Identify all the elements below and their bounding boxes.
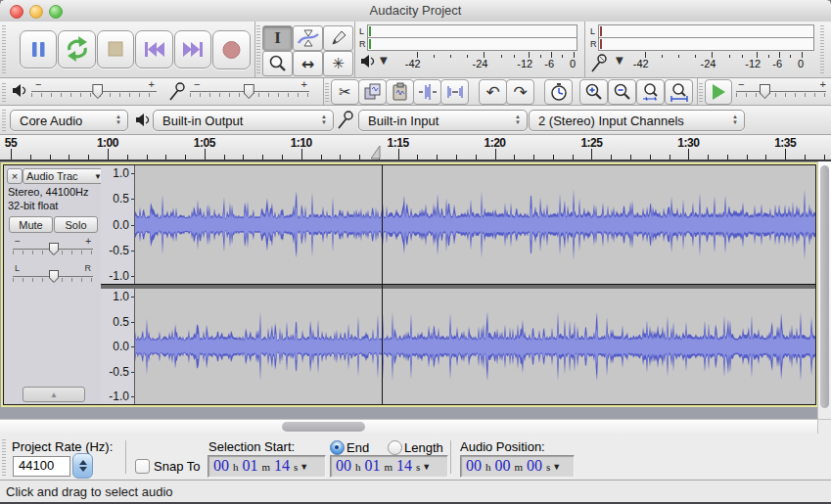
input-device-select[interactable]: Built-in Input xyxy=(358,110,528,131)
input-channels-select[interactable]: 2 (Stereo) Input Channels xyxy=(529,110,745,131)
record-icon xyxy=(213,31,250,69)
title-bar: Audacity Project xyxy=(0,0,831,23)
paste-button[interactable] xyxy=(386,79,414,105)
mixer-toolbar-grip[interactable] xyxy=(2,81,6,102)
track-control-panel: × Audio Trac ▼ Stereo, 44100Hz 32-bit fl… xyxy=(4,165,102,404)
solo-button[interactable]: Solo xyxy=(54,216,98,233)
tools-toolbar-grip[interactable] xyxy=(256,25,260,73)
pan-slider[interactable]: L R xyxy=(11,263,95,283)
selection-end-field[interactable]: 00 h 01 m 14 s ▼ xyxy=(330,455,448,478)
microphone-icon xyxy=(588,51,608,74)
output-volume-slider[interactable]: − + xyxy=(29,79,159,101)
playback-right-label: R xyxy=(359,39,366,49)
redo-button[interactable]: ↷ xyxy=(506,79,534,105)
waveform-left-channel[interactable] xyxy=(135,165,815,284)
play-loop-button[interactable] xyxy=(58,30,96,69)
device-toolbar-grip[interactable] xyxy=(2,110,6,131)
fit-selection-button[interactable] xyxy=(636,79,665,105)
snap-to-checkbox[interactable] xyxy=(135,459,150,474)
selection-tool-button[interactable]: I xyxy=(262,25,293,51)
stop-button[interactable] xyxy=(97,30,134,69)
timeline-ruler[interactable]: 551:001:051:101:151:201:251:301:35 xyxy=(0,135,831,161)
playback-meter[interactable]: L R ▼ -42-24-12-60 xyxy=(356,22,583,77)
time-format-arrow-icon[interactable]: ▼ xyxy=(552,462,561,472)
track-title-menu[interactable]: Audio Trac ▼ xyxy=(23,168,106,184)
undo-button[interactable]: ↶ xyxy=(479,79,507,105)
pause-button[interactable] xyxy=(20,30,57,69)
skip-to-start-button[interactable] xyxy=(135,30,173,69)
zoom-tool-button[interactable] xyxy=(262,51,293,76)
collapse-track-button[interactable]: ▲ xyxy=(23,387,85,402)
gain-slider[interactable]: − + xyxy=(11,236,95,255)
trim-audio-button[interactable] xyxy=(413,79,441,105)
vertical-scale-left[interactable]: 1.00.50.0-0.5-1.0 xyxy=(101,165,135,284)
sync-lock-button[interactable] xyxy=(544,79,573,105)
mute-button[interactable]: Mute xyxy=(9,216,53,233)
ruler-time-label: 1:00 xyxy=(86,136,129,150)
project-rate-label: Project Rate (Hz): xyxy=(12,439,113,454)
copy-button[interactable] xyxy=(358,79,387,105)
fit-project-button[interactable] xyxy=(665,79,693,105)
ruler-tick xyxy=(262,155,263,160)
record-button[interactable] xyxy=(212,30,251,69)
time-format-arrow-icon[interactable]: ▼ xyxy=(300,462,308,472)
input-volume-slider[interactable]: − + xyxy=(188,79,311,101)
length-radio[interactable] xyxy=(388,440,402,455)
audio-position-field[interactable]: 00 h 00 m 00 s ▼ xyxy=(460,455,575,478)
meter-db-label: -6 xyxy=(544,58,554,69)
ruler-time-label: 1:10 xyxy=(280,136,323,150)
amplitude-label: -0.5 xyxy=(109,365,129,379)
audio-host-select[interactable]: Core Audio xyxy=(10,110,128,131)
skip-to-end-button[interactable] xyxy=(174,30,211,69)
seconds-unit: s xyxy=(416,461,420,473)
ruler-tick xyxy=(727,155,728,160)
horizontal-scrollbar-thumb[interactable] xyxy=(282,422,365,432)
amplitude-tick xyxy=(131,372,134,373)
close-track-button[interactable]: × xyxy=(7,168,23,184)
ruler-tick xyxy=(824,155,825,160)
vertical-scrollbar-thumb[interactable] xyxy=(820,165,829,408)
vertical-scale-right[interactable]: 1.00.50.0-0.5-1.0 xyxy=(101,289,135,404)
selection-toolbar-grip[interactable] xyxy=(2,437,6,476)
recording-meter[interactable]: L R ▼ -42-24-12-60 xyxy=(586,22,827,77)
time-format-arrow-icon[interactable]: ▼ xyxy=(422,462,431,472)
selection-start-field[interactable]: 00 h 01 m 14 s ▼ xyxy=(208,455,326,478)
playhead-marker-icon[interactable] xyxy=(371,146,381,160)
pan-right-label: R xyxy=(85,263,92,273)
envelope-tool-button[interactable] xyxy=(293,25,323,51)
output-device-select[interactable]: Built-in Output xyxy=(153,110,334,131)
meter-db-label: -24 xyxy=(473,58,488,69)
project-rate-input[interactable]: 44100 xyxy=(13,456,70,477)
end-radio-label: End xyxy=(346,440,369,455)
speaker-icon xyxy=(360,55,376,69)
play-at-speed-button[interactable] xyxy=(705,79,732,105)
transcription-toolbar-grip[interactable] xyxy=(699,81,703,102)
waveform-right-channel[interactable] xyxy=(135,289,815,404)
cut-button[interactable]: ✂ xyxy=(331,79,359,105)
ruler-tick xyxy=(591,149,592,160)
time-shift-tool-button[interactable]: ↔ xyxy=(293,51,323,76)
playback-meter-right-bar xyxy=(367,37,577,51)
zoom-out-button[interactable] xyxy=(608,79,636,105)
horizontal-scrollbar[interactable] xyxy=(0,419,817,435)
recording-meter-menu-arrow[interactable]: ▼ xyxy=(616,55,623,66)
multi-tool-button[interactable]: ✳ xyxy=(323,51,353,76)
end-radio[interactable] xyxy=(330,440,345,455)
zoom-in-button[interactable] xyxy=(579,79,608,105)
meter-toolbar-grip[interactable] xyxy=(820,25,824,73)
tracks-area[interactable]: × Audio Trac ▼ Stereo, 44100Hz 32-bit fl… xyxy=(0,161,831,434)
select-arrows-icon xyxy=(115,114,121,125)
ruler-tick xyxy=(340,155,341,160)
draw-tool-button[interactable] xyxy=(323,25,353,51)
transport-toolbar-grip[interactable] xyxy=(2,25,6,73)
audio-track[interactable]: × Audio Trac ▼ Stereo, 44100Hz 32-bit fl… xyxy=(3,164,816,405)
toolbar-row-2: − + − + ✂ xyxy=(0,78,831,106)
redo-icon: ↷ xyxy=(513,82,527,102)
playback-speed-slider[interactable]: − + xyxy=(734,79,828,101)
playback-meter-menu-arrow[interactable]: ▼ xyxy=(380,55,388,66)
vertical-scrollbar[interactable] xyxy=(817,161,831,419)
edit-toolbar-grip[interactable] xyxy=(325,81,329,102)
project-rate-stepper[interactable] xyxy=(72,453,93,479)
hours-value: 00 xyxy=(466,457,482,475)
silence-audio-button[interactable] xyxy=(440,79,469,105)
